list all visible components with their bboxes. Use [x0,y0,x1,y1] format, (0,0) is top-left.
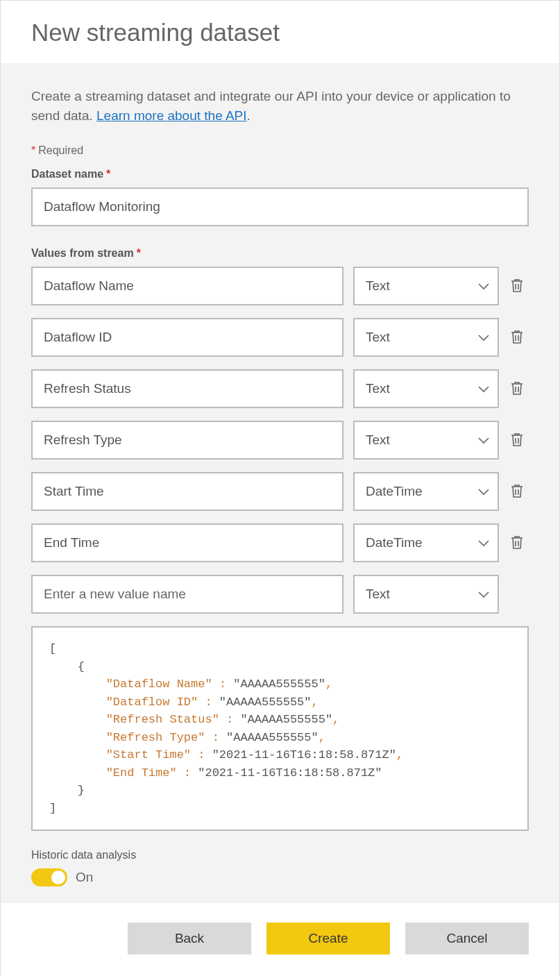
value-row: Text [31,369,529,408]
new-value-type-select[interactable]: Text [353,575,499,614]
json-preview: [ { "Dataflow Name" : "AAAAA555555", "Da… [31,626,529,831]
select-value: Text [366,587,390,602]
value-name-input[interactable] [31,421,343,460]
select-value: Text [366,278,390,294]
new-value-row-wrap: Text [31,575,529,614]
historic-state-text: On [76,870,93,885]
create-button[interactable]: Create [266,923,390,954]
chevron-down-icon [478,381,489,396]
intro-after: . [247,108,251,123]
trash-icon[interactable] [509,533,527,553]
values-from-stream-label-text: Values from stream [31,247,134,259]
chevron-down-icon [478,535,489,550]
required-star-icon: * [31,144,35,156]
value-name-input[interactable] [31,523,343,562]
select-value: Text [366,330,390,345]
trash-icon[interactable] [509,328,527,347]
select-value: Text [366,381,390,396]
required-label: Required [38,144,83,156]
dialog-footer: Back Create Cancel [1,903,559,976]
value-type-select[interactable]: Text [353,421,499,460]
chevron-down-icon [478,484,489,499]
value-row: DateTime [31,523,529,562]
cancel-button[interactable]: Cancel [405,923,529,954]
value-row: DateTime [31,472,529,511]
dataset-name-label-text: Dataset name [31,168,103,180]
toggle-knob [51,870,65,884]
back-button[interactable]: Back [128,923,251,954]
required-star-icon: * [106,168,110,180]
dialog-title: New streaming dataset [31,19,529,47]
values-from-stream-label: Values from stream* [31,247,529,260]
select-value: DateTime [366,484,423,499]
chevron-down-icon [478,278,489,294]
required-note: *Required [31,144,529,157]
dialog-header: New streaming dataset [1,1,559,63]
value-type-select[interactable]: DateTime [353,472,499,511]
dataset-name-label: Dataset name* [31,168,529,180]
select-value: DateTime [366,535,423,550]
chevron-down-icon [478,432,489,448]
value-type-select[interactable]: Text [353,318,499,357]
new-value-row: Text [31,575,529,614]
value-name-input[interactable] [31,369,343,408]
trash-icon[interactable] [509,482,527,501]
historic-toggle[interactable] [31,868,67,886]
intro-text: Create a streaming dataset and integrate… [31,87,529,125]
new-streaming-dataset-dialog: New streaming dataset Create a streaming… [0,0,560,976]
trash-icon[interactable] [509,430,527,450]
value-name-input[interactable] [31,318,343,357]
historic-label: Historic data analysis [31,849,529,861]
new-value-name-input[interactable] [31,575,343,614]
value-rows: TextTextTextTextDateTimeDateTime [31,267,529,562]
value-name-input[interactable] [31,472,343,511]
trash-icon[interactable] [509,379,527,398]
value-type-select[interactable]: Text [353,267,499,305]
historic-toggle-row: On [31,868,529,886]
dataset-name-section: Dataset name* [31,168,529,226]
chevron-down-icon [478,587,489,602]
value-row: Text [31,318,529,357]
values-from-stream-section: Values from stream* TextTextTextTextDate… [31,247,529,886]
trash-icon[interactable] [509,276,527,296]
value-type-select[interactable]: DateTime [353,523,499,562]
dataset-name-input[interactable] [31,187,529,226]
chevron-down-icon [478,330,489,345]
value-row: Text [31,267,529,305]
learn-more-link[interactable]: Learn more about the API [96,108,247,123]
required-star-icon: * [137,247,141,259]
select-value: Text [366,432,390,448]
dialog-body: Create a streaming dataset and integrate… [1,63,559,903]
value-name-input[interactable] [31,267,343,305]
value-type-select[interactable]: Text [353,369,499,408]
value-row: Text [31,421,529,460]
